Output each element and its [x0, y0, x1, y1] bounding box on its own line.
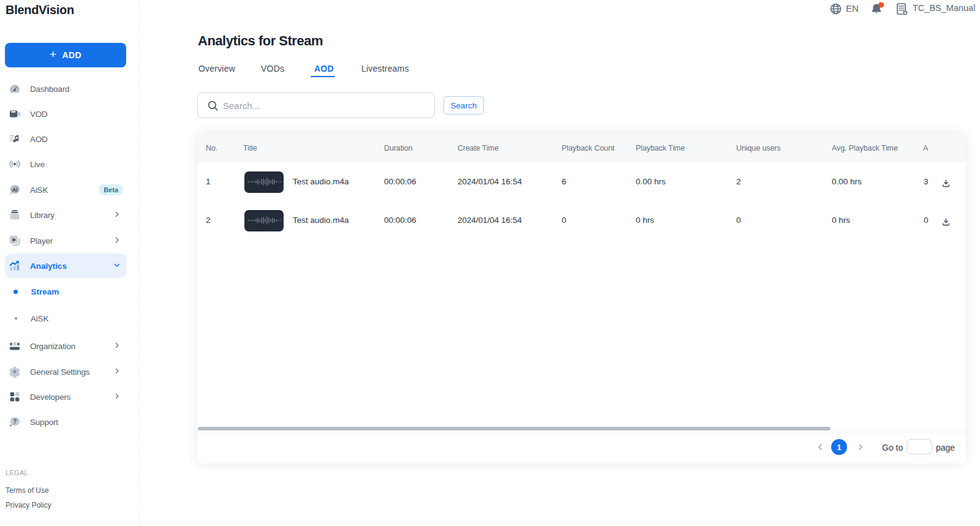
svg-text:?: ? [13, 418, 17, 425]
svg-text:Ai: Ai [12, 187, 18, 193]
